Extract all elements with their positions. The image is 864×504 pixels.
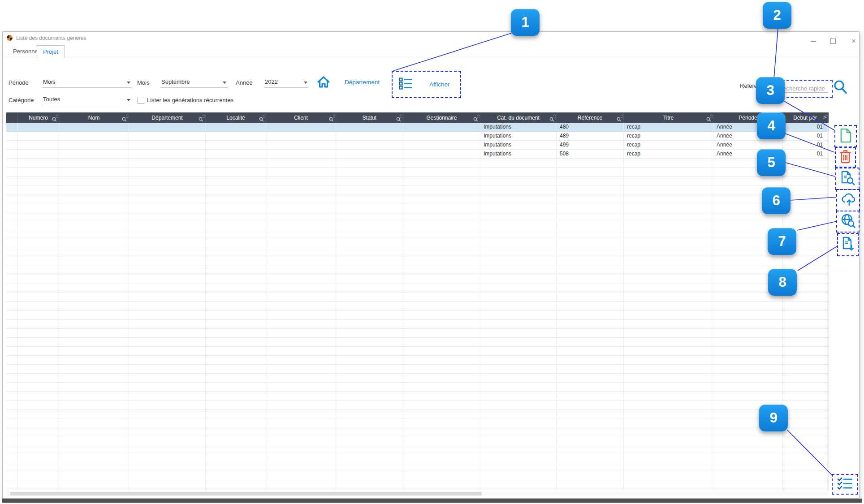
table-row-empty[interactable] — [6, 365, 829, 374]
table-row-empty[interactable] — [6, 284, 829, 293]
table-row-empty[interactable] — [6, 472, 829, 481]
table-row[interactable]: Imputations489recapAnnée01 — [6, 132, 829, 141]
table-row-empty[interactable] — [6, 221, 829, 230]
recurrentes-checkbox[interactable] — [138, 97, 144, 103]
table-row-empty[interactable] — [6, 392, 829, 401]
close-icon[interactable]: × — [848, 37, 860, 45]
categorie-select[interactable]: Toutes — [42, 95, 132, 105]
column-header-nom[interactable]: Nom — [59, 112, 129, 123]
table-row-empty[interactable] — [6, 338, 829, 347]
column-header-d-partement[interactable]: Département — [129, 112, 206, 123]
checklist-button[interactable] — [832, 474, 858, 495]
table-row-empty[interactable] — [6, 194, 829, 203]
column-filter-icon[interactable] — [52, 116, 57, 124]
table-row-empty[interactable] — [6, 230, 829, 239]
table-row-empty[interactable] — [6, 409, 829, 418]
recurrentes-label: Lister les générations récurrentes — [147, 97, 233, 103]
cloud-upload-button[interactable] — [836, 189, 860, 211]
table-row-empty[interactable] — [6, 374, 829, 383]
column-filter-icon[interactable] — [396, 116, 401, 124]
web-search-button[interactable] — [836, 211, 860, 233]
table-row-empty[interactable] — [6, 266, 829, 275]
table-row[interactable]: Imputations508recapAnnée01 — [6, 150, 829, 159]
grid-body: Imputations480recapAnnée01Imputations489… — [6, 123, 829, 490]
more-columns-indicator[interactable]: > — [823, 114, 826, 121]
column-header-gestionnaire[interactable]: Gestionnaire — [403, 112, 480, 123]
table-row-empty[interactable] — [6, 329, 829, 338]
table-row[interactable]: Imputations480recapAnnée01 — [6, 123, 829, 132]
export-document-button[interactable] — [837, 233, 859, 256]
delete-button[interactable] — [835, 147, 856, 168]
mois-label: Mois — [137, 79, 149, 86]
column-filter-icon[interactable] — [259, 116, 264, 124]
table-row-empty[interactable] — [6, 275, 829, 284]
column-header-d-but-p-r[interactable]: Début pér> — [783, 112, 828, 123]
horizontal-scrollbar[interactable] — [6, 491, 828, 496]
column-filter-icon[interactable] — [122, 116, 127, 124]
tab-projet[interactable]: Projet — [37, 45, 65, 58]
preview-document-icon — [840, 170, 855, 187]
column-header-client[interactable]: Client — [266, 112, 336, 123]
quick-search-input[interactable] — [778, 85, 828, 93]
table-row-empty[interactable] — [6, 347, 829, 356]
table-row-empty[interactable] — [6, 248, 829, 257]
table-row-empty[interactable] — [6, 445, 829, 454]
table-row-empty[interactable] — [6, 436, 829, 445]
list-options-icon — [399, 78, 412, 91]
table-row-empty[interactable] — [6, 356, 829, 365]
column-header-num-ro[interactable]: Numéro — [18, 112, 59, 123]
callout-badge-5: 5 — [757, 149, 786, 176]
window-bottom-edge — [2, 499, 862, 503]
column-header-cat-du-document[interactable]: Cat. du document — [480, 112, 557, 123]
departement-button[interactable]: Département — [345, 79, 380, 86]
callout-badge-9: 9 — [759, 405, 788, 431]
new-document-button[interactable] — [834, 125, 857, 147]
tab-strip: Personnel Projet — [3, 45, 859, 57]
minimize-icon[interactable] — [808, 37, 819, 45]
annee-select[interactable]: 2022 — [264, 78, 309, 88]
scrollbar-thumb[interactable] — [10, 492, 482, 495]
table-row-empty[interactable] — [6, 239, 829, 248]
callout-badge-1: 1 — [511, 9, 540, 36]
table-row-empty[interactable] — [6, 185, 829, 194]
chevron-down-icon — [127, 99, 130, 101]
preview-document-button[interactable] — [835, 168, 860, 190]
chevron-down-icon — [223, 82, 226, 84]
table-row-empty[interactable] — [6, 481, 829, 490]
column-header-localit-[interactable]: Localité — [206, 112, 266, 123]
table-row-empty[interactable] — [6, 177, 829, 185]
table-row-empty[interactable] — [6, 418, 829, 427]
table-row-empty[interactable] — [6, 311, 829, 320]
afficher-button[interactable]: Afficher — [392, 71, 461, 98]
column-header-titre[interactable]: Titre — [624, 112, 713, 123]
table-row-empty[interactable] — [6, 427, 829, 436]
periode-select[interactable]: Mois — [42, 78, 132, 88]
table-row-empty[interactable] — [6, 159, 829, 168]
table-row-empty[interactable] — [6, 212, 829, 221]
row-indicator-header[interactable] — [6, 112, 18, 123]
column-filter-icon[interactable] — [706, 116, 711, 124]
column-filter-icon[interactable] — [473, 116, 478, 124]
table-row-empty[interactable] — [6, 257, 829, 266]
column-filter-icon[interactable] — [329, 116, 334, 124]
table-row-empty[interactable] — [6, 383, 829, 392]
table-row-empty[interactable] — [6, 401, 829, 409]
table-row-empty[interactable] — [6, 168, 829, 177]
home-icon[interactable] — [316, 75, 331, 91]
column-header-r-f-rence[interactable]: Référence — [557, 112, 624, 123]
column-filter-icon[interactable] — [617, 116, 622, 124]
table-row-empty[interactable] — [6, 302, 829, 311]
table-row-empty[interactable] — [6, 203, 829, 212]
callout-badge-4: 4 — [757, 112, 786, 139]
column-filter-icon[interactable] — [199, 116, 203, 124]
table-row-empty[interactable] — [6, 293, 829, 302]
table-row-empty[interactable] — [6, 454, 829, 463]
table-row-empty[interactable] — [6, 463, 829, 472]
column-filter-icon[interactable] — [549, 116, 554, 124]
table-row[interactable]: Imputations499recapAnnée01 — [6, 141, 829, 150]
restore-icon[interactable] — [827, 37, 839, 45]
column-header-statut[interactable]: Statut — [336, 112, 403, 123]
table-row-empty[interactable] — [6, 320, 829, 329]
mois-select[interactable]: Septembre — [160, 78, 228, 88]
search-icon[interactable] — [833, 79, 847, 96]
